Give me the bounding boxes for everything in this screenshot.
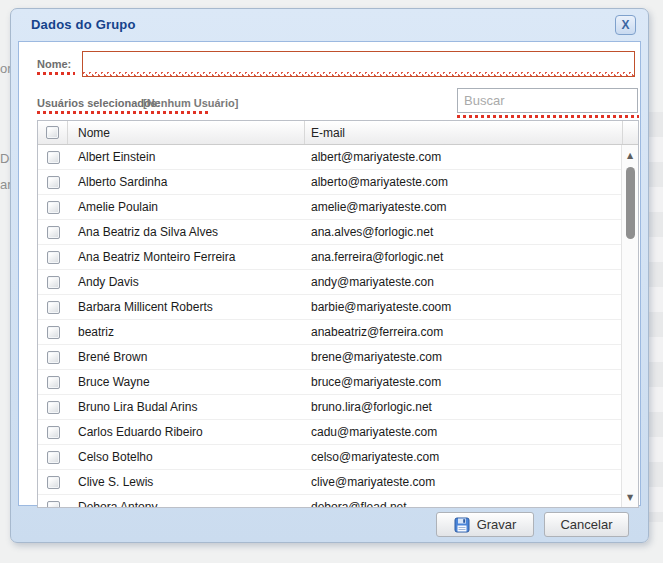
selected-users-invalid-underline	[37, 111, 210, 114]
search-invalid-underline	[457, 115, 639, 118]
grid-header: Nome E-mail	[38, 121, 638, 145]
save-floppy-icon	[454, 517, 470, 533]
user-name-cell: Barbara Millicent Roberts	[68, 300, 305, 314]
user-name-cell: Andy Davis	[68, 275, 305, 289]
row-checkbox[interactable]	[47, 176, 60, 189]
user-email-cell: celso@mariyateste.com	[305, 450, 621, 464]
user-row[interactable]: Carlos Eduardo Ribeiro cadu@mariyateste.…	[38, 420, 621, 445]
dialog-titlebar[interactable]: Dados do Grupo X	[11, 9, 648, 40]
user-email-cell: alberto@mariyateste.com	[305, 175, 621, 189]
row-checkbox-cell	[38, 451, 68, 464]
name-label: Nome:	[37, 58, 71, 70]
user-email-cell: bruce@mariyateste.com	[305, 375, 621, 389]
column-header-email[interactable]: E-mail	[305, 121, 623, 144]
row-checkbox[interactable]	[47, 251, 60, 264]
row-checkbox[interactable]	[47, 426, 60, 439]
search-input[interactable]	[457, 88, 638, 113]
name-label-invalid-underline	[37, 72, 75, 75]
user-email-cell: cadu@mariyateste.com	[305, 425, 621, 439]
background-list-stripes	[649, 112, 663, 522]
user-email-cell: ana.alves@forlogic.net	[305, 225, 621, 239]
select-all-checkbox[interactable]	[46, 126, 59, 139]
user-name-cell: Alberto Sardinha	[68, 175, 305, 189]
user-row[interactable]: beatriz anabeatriz@ferreira.com	[38, 320, 621, 345]
user-row[interactable]: Ana Beatriz Monteiro Ferreira ana.ferrei…	[38, 245, 621, 270]
user-row[interactable]: Bruce Wayne bruce@mariyateste.com	[38, 370, 621, 395]
dialog-footer: Gravar Cancelar	[11, 506, 648, 542]
row-checkbox[interactable]	[47, 326, 60, 339]
row-checkbox[interactable]	[47, 151, 60, 164]
row-checkbox-cell	[38, 476, 68, 489]
row-checkbox[interactable]	[47, 401, 60, 414]
selected-users-label: Usuários selecionados:	[37, 97, 161, 109]
user-name-cell: Carlos Eduardo Ribeiro	[68, 425, 305, 439]
user-row[interactable]: Brené Brown brene@mariyateste.com	[38, 345, 621, 370]
user-email-cell: ana.ferreira@forlogic.net	[305, 250, 621, 264]
user-email-cell: amelie@mariyateste.com	[305, 200, 621, 214]
user-email-cell: andy@mariyateste.con	[305, 275, 621, 289]
user-name-cell: Ana Beatriz da Silva Alves	[68, 225, 305, 239]
user-email-cell: barbie@mariyateste.coom	[305, 300, 621, 314]
user-row[interactable]: Alberto Sardinha alberto@mariyateste.com	[38, 170, 621, 195]
user-row[interactable]: Celso Botelho celso@mariyateste.com	[38, 445, 621, 470]
scrollbar-thumb[interactable]	[626, 167, 635, 239]
user-email-cell: clive@mariyateste.com	[305, 475, 621, 489]
row-checkbox-cell	[38, 326, 68, 339]
grid-rows: Albert Einstein albert@mariyateste.com A…	[38, 145, 621, 507]
row-checkbox[interactable]	[47, 301, 60, 314]
user-name-cell: Albert Einstein	[68, 150, 305, 164]
user-row[interactable]: Bruno Lira Budal Arins bruno.lira@forlog…	[38, 395, 621, 420]
user-email-cell: bruno.lira@forlogic.net	[305, 400, 621, 414]
cancel-button-label: Cancelar	[560, 517, 612, 532]
user-row[interactable]: Barbara Millicent Roberts barbie@mariyat…	[38, 295, 621, 320]
selected-users-value: [Nenhum Usuário]	[143, 97, 238, 109]
name-invalid-squiggle	[83, 72, 634, 76]
users-grid: Nome E-mail Albert Einstein albert@mariy…	[37, 120, 639, 508]
user-row[interactable]: Ana Beatriz da Silva Alves ana.alves@for…	[38, 220, 621, 245]
user-name-cell: Clive S. Lewis	[68, 475, 305, 489]
cancel-button[interactable]: Cancelar	[544, 512, 629, 537]
row-checkbox[interactable]	[47, 376, 60, 389]
user-name-cell: Bruno Lira Budal Arins	[68, 400, 305, 414]
row-checkbox[interactable]	[47, 351, 60, 364]
user-row[interactable]: Albert Einstein albert@mariyateste.com	[38, 145, 621, 170]
row-checkbox[interactable]	[47, 201, 60, 214]
dialog-title: Dados do Grupo	[31, 17, 136, 32]
user-email-cell: brene@mariyateste.com	[305, 350, 621, 364]
row-checkbox[interactable]	[47, 226, 60, 239]
user-name-cell: beatriz	[68, 325, 305, 339]
column-header-name[interactable]: Nome	[68, 121, 305, 144]
user-email-cell: albert@mariyateste.com	[305, 150, 621, 164]
grid-scrollbar[interactable]: ▲ ▼	[621, 145, 638, 507]
close-icon: X	[621, 18, 629, 32]
row-checkbox-cell	[38, 376, 68, 389]
column-header-spacer	[623, 121, 638, 144]
user-row[interactable]: Andy Davis andy@mariyateste.con	[38, 270, 621, 295]
scroll-down-icon[interactable]: ▼	[622, 491, 638, 505]
user-name-cell: Ana Beatriz Monteiro Ferreira	[68, 250, 305, 264]
row-checkbox-cell	[38, 401, 68, 414]
row-checkbox[interactable]	[47, 451, 60, 464]
user-row[interactable]: Clive S. Lewis clive@mariyateste.com	[38, 470, 621, 495]
dialog-body: Nome: Usuários selecionados: [Nenhum Usu…	[18, 41, 641, 506]
save-button-label: Gravar	[477, 517, 517, 532]
row-checkbox-cell	[38, 201, 68, 214]
name-field-wrap	[82, 51, 635, 77]
user-row[interactable]: Amelie Poulain amelie@mariyateste.com	[38, 195, 621, 220]
row-checkbox-cell	[38, 176, 68, 189]
group-data-dialog: Dados do Grupo X Nome: Usuários selecion…	[10, 8, 649, 543]
user-name-cell: Bruce Wayne	[68, 375, 305, 389]
row-checkbox-cell	[38, 426, 68, 439]
select-all-cell	[38, 121, 68, 144]
user-email-cell: anabeatriz@ferreira.com	[305, 325, 621, 339]
row-checkbox[interactable]	[47, 476, 60, 489]
close-button[interactable]: X	[615, 15, 636, 35]
row-checkbox-cell	[38, 251, 68, 264]
user-name-cell: Celso Botelho	[68, 450, 305, 464]
user-name-cell: Brené Brown	[68, 350, 305, 364]
save-button[interactable]: Gravar	[436, 512, 534, 537]
row-checkbox[interactable]	[47, 276, 60, 289]
scroll-up-icon[interactable]: ▲	[622, 149, 638, 163]
row-checkbox-cell	[38, 301, 68, 314]
row-checkbox-cell	[38, 226, 68, 239]
